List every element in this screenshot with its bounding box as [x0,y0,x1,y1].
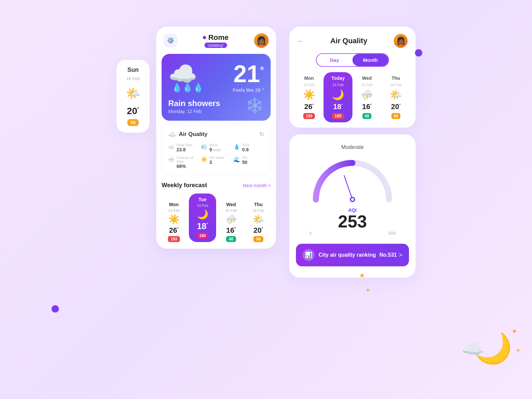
left-side: Sun 16 Feb 🌤️ 20° 58 ⚙️ Rome Updating° [116,27,276,249]
gauge-section: Moderate [289,134,416,241]
feels-like: Feels like 26 ° [233,87,264,93]
deco-circle-bottom [52,305,59,313]
updating-badge: Updating° [204,43,227,48]
main-weather-card: ⚙️ Rome Updating° 👩🏾 ☁️ [156,27,276,249]
ranking-number: No.531 [379,252,397,258]
card-header: ⚙️ Rome Updating° 👩🏾 [156,27,276,51]
aqi-value: 253 [338,213,367,230]
air-quality-detail-card: ← Air Quality 👩🏾 Day Month Mon 1 [289,27,416,128]
city-ranking-bar[interactable]: 📊 City air quality ranking No.531 > [296,244,409,266]
weekly-title: Weekly forecast [162,182,207,189]
sun-side-card: Sun 16 Feb 🌤️ 20° 58 [116,60,150,133]
main-container: Sun 16 Feb 🌤️ 20° 58 ⚙️ Rome Updating° [0,0,532,399]
sun-card-icon: 🌤️ [126,86,141,100]
snow-wind-icon: ❄️ [246,97,264,114]
forecast-day-tue[interactable]: Tue 14 Feb 🌙 18° 160 [189,194,216,242]
avatar-emoji: 👩🏾 [256,36,266,45]
aq-o3: 🌊 O3 50 [233,156,264,169]
chevron-icon: > [399,252,402,259]
air-quality-mini-card: ☁️ Air Quality ↻ ☁️ Real Feel 23.8 💨 [162,125,271,175]
aq-real-feel: ☁️ Real Feel 23.8 [168,143,199,152]
aq-so2: 💧 SO2 0.9 [233,143,264,152]
city-name: Rome [208,33,228,42]
location-center: Rome Updating° [203,33,228,48]
aq-uv: ☀️ UV Index 3 [201,156,232,169]
sun-card-date: 16 Feb [126,76,140,81]
gauge-aqi-label: AQI 253 [338,207,367,230]
settings-button[interactable]: ⚙️ [164,34,178,48]
toggle-row: Day Month [289,53,416,72]
chart-icon: 📊 [303,249,315,261]
forecast-row: Mon 13 Feb ☀️ 26° 193 Tue 14 Feb 🌙 18° 1… [162,194,271,242]
aq-mini-title: Air Quality [179,131,207,138]
aq-cloud-icon: ☁️ [168,130,176,138]
hero-bottom: Rain showers Monday, 12 Feb ❄️ [168,97,264,114]
avatar-button[interactable]: 👩🏾 [254,33,269,48]
city-ranking-text: City air quality ranking [319,252,376,258]
condition-date: Monday, 12 Feb [168,109,220,114]
sun-card-aqi: 58 [127,119,139,126]
location-row: Rome [203,33,228,42]
cloud-rain-icon: ☁️ 💧💧💧 [168,60,203,93]
aq-detail-avatar: 👩🏾 [394,34,408,48]
hero-temperature: 21° [233,62,264,86]
aq-metrics-grid: ☁️ Real Feel 23.8 💨 Wind 9 km/h [168,143,264,169]
weekly-forecast-section: Weekly forecast Next month > Mon 13 Feb … [156,179,276,249]
deco-circle-top [415,49,422,57]
day-toggle-button[interactable]: Day [317,54,352,66]
weather-hero: ☁️ 💧💧💧 21° Feels like 26 ° Rain showers … [162,54,271,121]
aq-title-row: ☁️ Air Quality [168,130,207,138]
aq-wind: 💨 Wind 9 km/h [201,143,232,152]
gauge-container [309,153,396,206]
fs-day-thu[interactable]: Thu 16 Feb 🌤️ 20° 58 [381,72,410,122]
gauge-max: 500 [388,231,396,236]
gauge-svg [309,153,396,206]
aq-mini-header: ☁️ Air Quality ↻ [168,130,264,138]
sun-card-temp: 20° [127,106,139,116]
city-ranking-left: 📊 City air quality ranking [303,249,376,261]
gauge-card: Moderate [289,134,416,278]
condition-info: Rain showers Monday, 12 Feb [168,99,220,114]
hero-top: ☁️ 💧💧💧 21° Feels like 26 ° [168,62,264,93]
settings-icon: ⚙️ [167,37,174,44]
fs-day-wed[interactable]: Wed 15 Feb ⛈️ 16° 40 [352,72,381,122]
star-deco-1: ★ [359,271,365,279]
forecast-day-wed[interactable]: Wed 15 Feb ⛈️ 16° 40 [219,202,243,242]
gauge-min: 0 [309,231,312,236]
next-month-link[interactable]: Next month > [243,183,271,188]
city-ranking-right: No.531 > [379,252,402,259]
forecast-strip: Mon 13 Feb ☀️ 26° 193 Today 14 Feb 🌙 18°… [289,72,416,128]
location-dot [203,36,206,39]
aq-detail-header: ← Air Quality 👩🏾 [289,27,416,53]
svg-point-2 [351,198,354,201]
forecast-day-thu[interactable]: Thu 16 Feb 🌤️ 20° 58 [246,202,271,242]
aq-detail-title: Air Quality [330,37,367,45]
right-side: ← Air Quality 👩🏾 Day Month Mon 1 [289,27,416,278]
gauge-label: Moderate [341,144,364,150]
refresh-button[interactable]: ↻ [259,131,264,138]
svg-line-0 [344,176,352,200]
condition-text: Rain showers [168,99,220,108]
star-deco-2: ★ [366,287,370,293]
month-toggle-button[interactable]: Month [352,54,388,66]
weekly-header: Weekly forecast Next month > [162,182,271,189]
back-button[interactable]: ← [297,37,304,45]
sun-card-day: Sun [127,66,139,73]
aq-rain: 🌧️ Chance of Rain 68% [168,156,199,169]
day-month-toggle: Day Month [316,53,389,67]
fs-day-mon[interactable]: Mon 13 Feb ☀️ 26° 193 [295,72,324,122]
forecast-day-mon[interactable]: Mon 13 Feb ☀️ 26° 193 [162,202,186,242]
fs-day-today[interactable]: Today 14 Feb 🌙 18° 160 [324,72,352,122]
gauge-range: 0 500 [309,231,396,236]
